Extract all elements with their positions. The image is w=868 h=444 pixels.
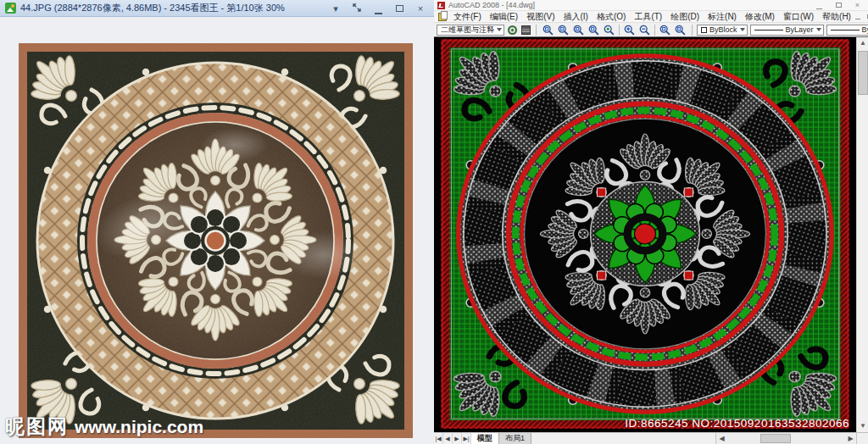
vertical-scroll-thumb[interactable] (858, 51, 868, 95)
zoom-center-icon (588, 25, 599, 36)
cad-drawing-canvas[interactable]: ID:8665245 NO:20150920163532802066 (434, 37, 856, 432)
zoom-dynamic-button[interactable] (556, 24, 570, 36)
mosaic-photo[interactable] (19, 43, 413, 438)
viewer-window-controls: ▾ × (331, 0, 429, 17)
lineweight-value: ByLayer (862, 25, 868, 34)
horizontal-scrollbar[interactable]: ◀ ▶ (715, 433, 856, 444)
menu-item-1[interactable]: 编辑(E) (486, 11, 522, 23)
cad-center-medallion (591, 182, 700, 286)
menu-items: 文件(F)编辑(E)视图(V)插入(I)格式(O)工具(T)绘图(D)标注(N)… (449, 11, 855, 23)
scroll-up-icon[interactable]: ▲ (857, 37, 868, 49)
statusbar-corner (856, 433, 868, 444)
cad-center-dot (635, 224, 656, 244)
linetype-value: ByLayer (786, 25, 814, 34)
maximize-icon[interactable] (836, 0, 842, 11)
viewer-title: 44.JPG (2884*2876像素, 4.86MB) - 2345看图王 -… (20, 2, 285, 14)
nipic-logo-text: 昵图网 (5, 413, 69, 440)
autocad-window: AutoCAD 2008 - [44.dwg] × 文件(F)编辑(E)视图(V… (434, 0, 868, 444)
maximize-icon[interactable] (394, 0, 404, 17)
workspace-settings-button[interactable] (507, 24, 518, 36)
menu-item-6[interactable]: 绘图(D) (666, 11, 704, 23)
layout-tab-bar: |◀ ◀ ▶ ▶| 模型 布局1 ◀ ▶ (434, 432, 868, 444)
linetype-combobox[interactable]: ByLayer (750, 25, 824, 36)
zoom-out-icon (639, 25, 650, 36)
minimize-icon[interactable] (373, 0, 383, 17)
zoom-window-button[interactable] (541, 24, 555, 36)
toolbar-separator (692, 25, 693, 36)
workspace-panel-button[interactable] (520, 24, 531, 36)
zoom-all-icon (659, 25, 670, 36)
autocad-menubar: 文件(F)编辑(E)视图(V)插入(I)格式(O)工具(T)绘图(D)标注(N)… (434, 11, 868, 23)
zoom-extents-button[interactable] (673, 24, 687, 36)
zoom-dynamic-icon (558, 25, 569, 36)
chevron-down-icon (497, 28, 502, 31)
zoom-window-icon (542, 25, 554, 36)
autocad-window-controls: × (816, 0, 865, 11)
zoom-buttons (541, 24, 687, 36)
new-document-icon[interactable] (438, 13, 447, 21)
panel-icon (521, 25, 531, 35)
chevron-down-icon (816, 28, 821, 31)
tab-next-button[interactable]: ▶ (453, 433, 462, 444)
workspace-combobox[interactable]: 二维草图与注释 (437, 25, 504, 36)
chevron-down-icon (740, 28, 745, 31)
menu-item-7[interactable]: 标注(N) (704, 11, 741, 23)
gear-icon (508, 25, 517, 35)
zoom-in-button[interactable] (622, 24, 637, 36)
menu-item-8[interactable]: 修改(M) (741, 11, 779, 23)
zoom-object-button[interactable] (602, 24, 616, 36)
document-window-controls: × (855, 13, 868, 20)
autocad-title: AutoCAD 2008 - [44.dwg] (448, 1, 535, 9)
fullscreen-icon[interactable] (352, 0, 362, 17)
menu-chevron-icon[interactable]: ▾ (331, 0, 341, 17)
autocad-app-icon (437, 2, 445, 9)
zoom-out-button[interactable] (637, 24, 652, 36)
color-swatch (701, 27, 707, 33)
id-watermark: ID:8665245 NO:20150920163532802066 (625, 417, 849, 430)
horizontal-scroll-thumb[interactable] (760, 434, 791, 443)
menu-item-9[interactable]: 窗口(W) (779, 11, 818, 23)
tab-layout1[interactable]: 布局1 (499, 433, 531, 444)
linetype-sample (754, 30, 783, 31)
image-file-icon (5, 3, 16, 14)
autocad-titlebar: AutoCAD 2008 - [44.dwg] × (434, 0, 868, 11)
scroll-right-icon[interactable]: ▶ (845, 433, 856, 444)
zoom-object-icon (604, 25, 615, 36)
vertical-scrollbar[interactable]: ▲ ▼ (856, 37, 868, 432)
color-combobox[interactable]: ByBlock (697, 25, 748, 36)
workspace-value: 二维草图与注释 (441, 25, 494, 36)
zoom-all-button[interactable] (658, 24, 672, 36)
doc-minimize-icon[interactable] (855, 13, 860, 20)
lineweight-combobox[interactable]: ByLayer (826, 25, 868, 36)
close-icon[interactable]: × (415, 0, 426, 17)
menu-item-3[interactable]: 插入(I) (559, 11, 592, 23)
color-value: ByBlock (709, 25, 737, 34)
minimize-icon[interactable] (816, 0, 822, 11)
close-icon[interactable]: × (855, 0, 860, 11)
zoom-in-icon (624, 25, 635, 36)
menu-item-5[interactable]: 工具(T) (630, 11, 666, 23)
menu-item-4[interactable]: 格式(O) (593, 11, 630, 23)
menu-item-10[interactable]: 帮助(H) (818, 11, 855, 23)
lineweight-sample (831, 30, 860, 31)
image-viewer-window: 44.JPG (2884*2876像素, 4.86MB) - 2345看图王 -… (0, 0, 434, 444)
autocad-toolbar: 二维草图与注释 ByBlock ByLayer ByLayer (434, 23, 868, 37)
zoom-scale-icon (573, 25, 584, 36)
screenshot-root: 44.JPG (2884*2876像素, 4.86MB) - 2345看图王 -… (0, 0, 868, 444)
glass-glare (281, 231, 366, 279)
scroll-left-icon[interactable]: ◀ (716, 433, 727, 444)
zoom-center-button[interactable] (587, 24, 601, 36)
glass-glare (201, 128, 269, 162)
menu-item-2[interactable]: 视图(V) (522, 11, 559, 23)
menu-item-0[interactable]: 文件(F) (449, 11, 486, 23)
tab-prev-button[interactable]: ◀ (443, 433, 453, 444)
scroll-down-icon[interactable]: ▼ (857, 420, 868, 432)
zoom-extents-icon (675, 25, 686, 36)
cad-drawing (441, 39, 849, 429)
toolbar-separator (536, 25, 537, 36)
viewer-titlebar: 44.JPG (2884*2876像素, 4.86MB) - 2345看图王 -… (0, 0, 434, 17)
tab-model[interactable]: 模型 (471, 433, 499, 444)
tab-last-button[interactable]: ▶| (462, 433, 471, 444)
tab-first-button[interactable]: |◀ (434, 433, 443, 444)
zoom-scale-button[interactable] (571, 24, 586, 36)
